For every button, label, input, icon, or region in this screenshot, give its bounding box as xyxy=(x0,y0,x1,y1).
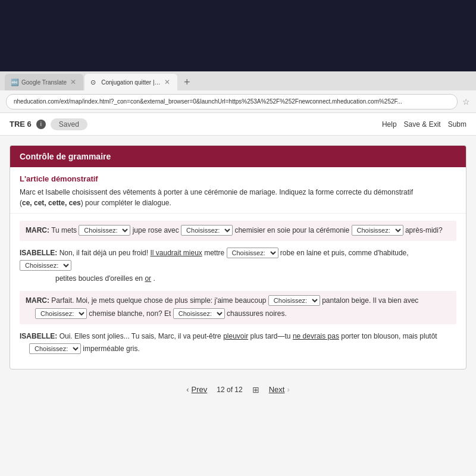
speaker-2: ISABELLE: xyxy=(20,249,57,257)
next-label[interactable]: Next xyxy=(269,385,285,394)
tab-google-translate[interactable]: 🔤 Google Translate ✕ xyxy=(5,74,83,90)
card-subtitle: L'article démonstratif xyxy=(20,174,456,183)
d2-underline1: Il vaudrait mieux xyxy=(150,249,202,257)
d1-text2: jupe rose avec xyxy=(133,226,181,234)
submit-button[interactable]: Subm xyxy=(448,120,466,129)
save-exit-button[interactable]: Save & Exit xyxy=(404,120,441,129)
tab-label: Google Translate xyxy=(21,79,67,86)
url-input[interactable] xyxy=(6,94,458,109)
app-header: TRE 6 i Saved Help Save & Exit Subm xyxy=(0,113,476,136)
d3-text1: Parfait. Moi, je mets quelque chose de p… xyxy=(51,296,268,305)
d1-dropdown2[interactable]: Choisissez:cecetcetteces xyxy=(181,225,233,236)
grid-icon[interactable]: ⊞ xyxy=(252,385,259,394)
tab-bar: 🔤 Google Translate ✕ ⊙ Conjugation quitt… xyxy=(0,71,476,90)
dialogue-4: ISABELLE: Oui. Elles sont jolies... Tu s… xyxy=(20,330,456,356)
d3-dropdown3[interactable]: Choisissez:cecetcetteces xyxy=(173,308,225,319)
speaker-1: MARC: xyxy=(26,226,49,234)
d3-text3: chemise blanche, non? Et xyxy=(89,309,173,318)
info-icon[interactable]: i xyxy=(36,120,46,129)
d2-indent: petites boucles d'oreilles en xyxy=(55,273,143,286)
d4-dropdown1[interactable]: Choisissez:cecetcetteces xyxy=(29,343,81,354)
card-title: Contrôle de grammaire xyxy=(20,152,111,161)
app-header-right: Help Save & Exit Subm xyxy=(382,120,466,129)
new-tab-button[interactable]: + xyxy=(178,74,195,90)
d3-dropdown2[interactable]: Choisissez:cecetcetteces xyxy=(35,308,87,319)
d4-text4: imperméable gris. xyxy=(83,345,139,353)
dialogue-1: MARC: Tu mets Choisissez:cecetcetteces j… xyxy=(20,221,456,241)
d1-text3: chemisier en soie pour la cérémonie xyxy=(234,226,351,234)
address-bar: ☆ xyxy=(0,90,476,113)
prev-label[interactable]: Prev xyxy=(192,385,208,394)
d2-text4: . xyxy=(153,274,155,283)
d4-text3: porter ton blouson, mais plutôt xyxy=(341,332,437,340)
d1-text1: Tu mets xyxy=(51,226,79,234)
tab-conjugation[interactable]: ⊙ Conjugation quitter | Conjugate v ✕ xyxy=(84,74,177,90)
d4-underline2: ne devrais pas xyxy=(293,332,339,340)
d2-dropdown1[interactable]: Choisissez:cecetcetteces xyxy=(227,248,278,258)
bookmark-icon[interactable]: ☆ xyxy=(462,97,470,107)
next-arrow-icon: › xyxy=(287,385,289,394)
tab-close-2[interactable]: ✕ xyxy=(164,78,170,86)
card-instructions: Marc et Isabelle choisissent des vêtemen… xyxy=(20,187,456,208)
tab-close-1[interactable]: ✕ xyxy=(70,78,76,86)
app-title: TRE 6 xyxy=(10,120,32,129)
next-button[interactable]: Next › xyxy=(269,385,290,394)
help-button[interactable]: Help xyxy=(382,120,397,129)
d4-underline1: pleuvoir xyxy=(223,332,248,340)
speaker-4: ISABELLE: xyxy=(20,332,57,340)
prev-button[interactable]: ‹ Prev xyxy=(186,385,207,394)
page-current: 12 of 12 xyxy=(217,386,242,394)
translate-icon: 🔤 xyxy=(11,79,18,86)
d2-text3: robe en laine et puis, comme d'habitude, xyxy=(280,249,409,257)
speaker-3: MARC: xyxy=(26,296,49,305)
d2-text1: Non, il fait déjà un peu froid! xyxy=(60,249,151,257)
main-content: Contrôle de grammaire L'article démonstr… xyxy=(0,136,476,476)
conjugation-icon: ⊙ xyxy=(90,79,98,86)
d2-underline2: or xyxy=(145,274,151,283)
dialogue-2: ISABELLE: Non, il fait déjà un peu froid… xyxy=(20,247,456,286)
d4-text1: Oui. Elles sont jolies... Tu sais, Marc,… xyxy=(60,332,223,340)
d3-text4: chaussures noires. xyxy=(227,309,287,318)
d1-dropdown1[interactable]: Choisissez:cecetcetteces xyxy=(79,225,130,236)
card-body: MARC: Tu mets Choisissez:cecetcetteces j… xyxy=(10,214,466,369)
dialogue-3: MARC: Parfait. Moi, je mets quelque chos… xyxy=(20,291,456,324)
prev-arrow-icon: ‹ xyxy=(186,385,189,394)
card-header: Contrôle de grammaire xyxy=(10,146,466,167)
d1-text4: après-midi? xyxy=(405,226,443,234)
pagination: ‹ Prev 12 of 12 ⊞ Next › xyxy=(10,377,466,403)
d1-dropdown3[interactable]: Choisissez:cecetcetteces xyxy=(352,225,403,236)
saved-badge: Saved xyxy=(51,118,87,130)
browser-window: 🔤 Google Translate ✕ ⊙ Conjugation quitt… xyxy=(0,71,476,476)
d4-text2: plus tard—tu xyxy=(250,332,293,340)
d3-text2: pantalon beige. Il va bien avec xyxy=(322,296,418,305)
d3-dropdown1[interactable]: Choisissez:cecetcetteces xyxy=(268,295,320,306)
tab-label: Conjugation quitter | Conjugate v xyxy=(101,79,161,86)
d2-text2: mettre xyxy=(204,249,226,257)
card-subheader: L'article démonstratif Marc et Isabelle … xyxy=(10,167,466,214)
exercise-card: Contrôle de grammaire L'article démonstr… xyxy=(10,145,466,369)
d2-dropdown2[interactable]: Choisissez:cecetcetteces xyxy=(20,260,71,271)
app-header-left: TRE 6 i Saved xyxy=(10,118,376,130)
